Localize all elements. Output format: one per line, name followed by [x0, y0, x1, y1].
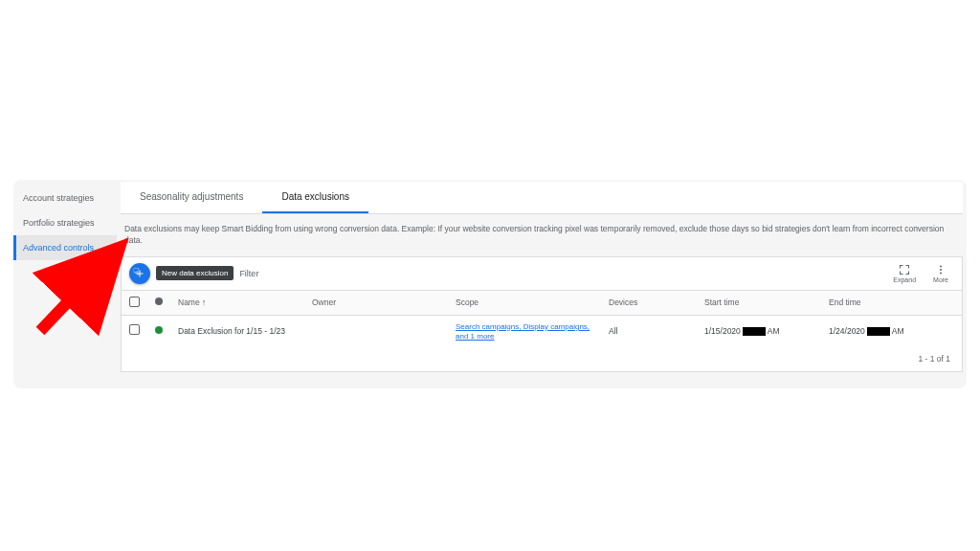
sort-ascending-icon: ↑: [202, 298, 207, 307]
start-suffix: AM: [768, 326, 780, 336]
table-container: ☟ New data exclusion Filter Expand More: [121, 256, 963, 372]
new-data-exclusion-button[interactable]: ☟: [129, 263, 150, 284]
end-suffix: AM: [892, 326, 904, 336]
header-scope[interactable]: Scope: [448, 290, 601, 315]
sidebar: Account strategies Portfolio strategies …: [13, 180, 117, 388]
table-header-row: Name↑ Owner Scope Devices Start time End…: [122, 290, 962, 315]
svg-point-0: [940, 265, 942, 267]
row-checkbox[interactable]: [129, 324, 140, 335]
toolbar: ☟ New data exclusion Filter Expand More: [122, 257, 962, 290]
expand-button[interactable]: Expand: [887, 264, 922, 283]
cell-name: Data Exclusion for 1/15 - 1/23: [170, 315, 304, 346]
header-name-label: Name: [178, 298, 200, 307]
tabs-bar: Seasonality adjustments Data exclusions: [121, 182, 963, 214]
header-name[interactable]: Name↑: [170, 290, 304, 315]
status-enabled-icon: [155, 326, 163, 334]
redacted-box: [867, 327, 890, 336]
select-all-checkbox[interactable]: [129, 297, 140, 307]
pagination-text: 1 - 1 of 1: [122, 346, 962, 371]
more-vert-icon: [935, 264, 947, 276]
scope-link[interactable]: Search campaigns, Display campaigns, and…: [456, 322, 590, 341]
more-label: More: [933, 276, 948, 283]
main-content: Seasonality adjustments Data exclusions …: [117, 180, 967, 388]
end-date: 1/24/2020: [829, 326, 865, 336]
header-owner[interactable]: Owner: [304, 290, 448, 315]
new-data-exclusion-tooltip: New data exclusion: [156, 266, 234, 280]
svg-point-1: [940, 269, 942, 271]
tab-seasonality-adjustments[interactable]: Seasonality adjustments: [121, 182, 262, 213]
expand-icon: [899, 264, 910, 276]
cell-start-time: 1/15/2020AM: [697, 315, 821, 346]
start-date: 1/15/2020: [704, 326, 741, 336]
svg-point-2: [940, 272, 942, 274]
cell-owner: [304, 315, 448, 346]
sidebar-item-advanced-controls[interactable]: Advanced controls: [13, 235, 117, 260]
header-start-time[interactable]: Start time: [697, 290, 821, 315]
sidebar-item-portfolio-strategies[interactable]: Portfolio strategies: [13, 210, 117, 235]
sidebar-item-account-strategies[interactable]: Account strategies: [13, 186, 117, 210]
redacted-box: [743, 327, 766, 336]
plus-icon: [134, 268, 145, 279]
cell-end-time: 1/24/2020AM: [821, 315, 962, 346]
cell-devices: All: [601, 315, 697, 346]
tab-data-exclusions[interactable]: Data exclusions: [262, 182, 368, 213]
filter-label[interactable]: Filter: [239, 269, 258, 278]
more-button[interactable]: More: [927, 264, 954, 283]
expand-label: Expand: [893, 276, 916, 283]
status-header-icon: [155, 298, 163, 305]
data-exclusions-table: Name↑ Owner Scope Devices Start time End…: [122, 290, 962, 346]
bid-strategies-panel: Account strategies Portfolio strategies …: [13, 180, 967, 388]
description-text: Data exclusions may keep Smart Bidding f…: [121, 214, 963, 256]
header-end-time[interactable]: End time: [821, 290, 962, 315]
header-devices[interactable]: Devices: [601, 290, 697, 315]
table-row[interactable]: Data Exclusion for 1/15 - 1/23 Search ca…: [122, 315, 962, 346]
